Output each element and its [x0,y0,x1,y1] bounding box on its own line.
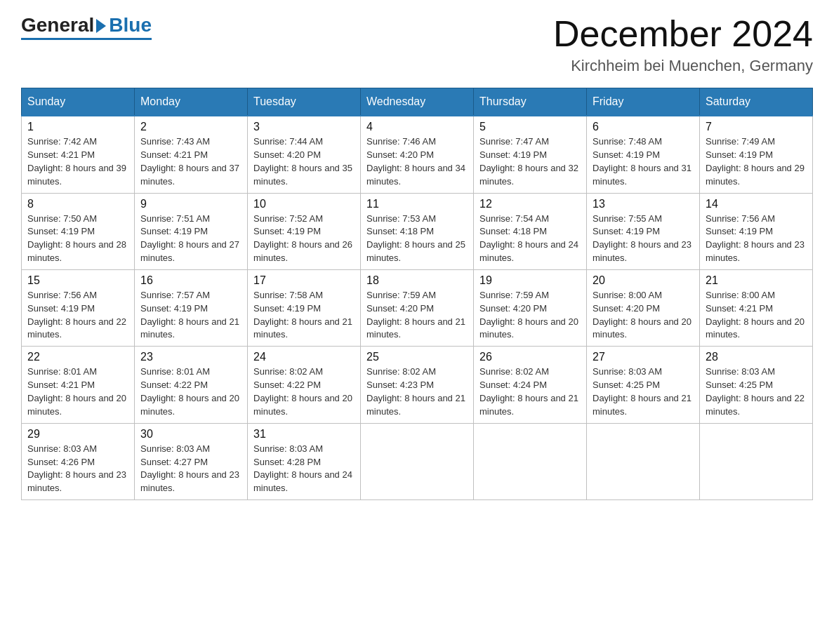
day-number: 14 [706,198,807,210]
day-number: 29 [27,428,128,441]
day-header-saturday: Saturday [700,88,813,116]
calendar-cell: 25Sunrise: 8:02 AMSunset: 4:23 PMDayligh… [361,347,474,423]
day-info: Sunrise: 8:01 AMSunset: 4:22 PMDaylight:… [140,366,239,417]
day-info: Sunrise: 7:50 AMSunset: 4:19 PMDaylight:… [27,213,126,264]
day-info: Sunrise: 8:03 AMSunset: 4:27 PMDaylight:… [140,443,239,494]
calendar-cell: 13Sunrise: 7:55 AMSunset: 4:19 PMDayligh… [587,193,700,269]
page-header: General Blue December 2024 Kirchheim bei… [21,14,813,75]
calendar-week-row: 22Sunrise: 8:01 AMSunset: 4:21 PMDayligh… [22,347,813,423]
day-info: Sunrise: 7:53 AMSunset: 4:18 PMDaylight:… [366,213,465,264]
day-number: 26 [479,351,581,363]
day-number: 24 [253,351,355,363]
calendar-cell: 10Sunrise: 7:52 AMSunset: 4:19 PMDayligh… [248,193,361,269]
calendar-cell: 7Sunrise: 7:49 AMSunset: 4:19 PMDaylight… [700,116,813,193]
calendar-cell: 3Sunrise: 7:44 AMSunset: 4:20 PMDaylight… [248,116,361,193]
calendar-week-row: 1Sunrise: 7:42 AMSunset: 4:21 PMDaylight… [22,116,813,193]
logo-arrow-icon [96,19,106,33]
day-info: Sunrise: 7:51 AMSunset: 4:19 PMDaylight:… [140,213,239,264]
day-number: 21 [706,274,807,287]
day-info: Sunrise: 7:44 AMSunset: 4:20 PMDaylight:… [253,136,352,187]
day-info: Sunrise: 8:02 AMSunset: 4:24 PMDaylight:… [479,366,578,417]
day-number: 17 [253,274,355,287]
day-info: Sunrise: 7:56 AMSunset: 4:19 PMDaylight:… [706,213,805,264]
calendar-cell [587,423,700,499]
day-header-sunday: Sunday [22,88,135,116]
month-title: December 2024 [553,14,813,54]
logo-general-text: General [21,14,94,36]
day-number: 16 [140,274,241,287]
day-number: 3 [253,121,355,133]
calendar-table: SundayMondayTuesdayWednesdayThursdayFrid… [21,88,813,500]
day-info: Sunrise: 8:03 AMSunset: 4:28 PMDaylight:… [253,443,352,494]
calendar-cell [474,423,587,499]
day-info: Sunrise: 8:02 AMSunset: 4:22 PMDaylight:… [253,366,352,417]
day-number: 18 [366,274,468,287]
day-info: Sunrise: 7:52 AMSunset: 4:19 PMDaylight:… [253,213,352,264]
day-info: Sunrise: 7:42 AMSunset: 4:21 PMDaylight:… [27,136,126,187]
calendar-cell: 18Sunrise: 7:59 AMSunset: 4:20 PMDayligh… [361,269,474,346]
day-number: 19 [479,274,581,287]
day-info: Sunrise: 8:00 AMSunset: 4:20 PMDaylight:… [593,290,691,340]
day-info: Sunrise: 7:59 AMSunset: 4:20 PMDaylight:… [366,290,465,340]
day-number: 4 [366,121,468,133]
day-info: Sunrise: 7:57 AMSunset: 4:19 PMDaylight:… [140,290,239,340]
calendar-cell: 8Sunrise: 7:50 AMSunset: 4:19 PMDaylight… [22,193,135,269]
calendar-cell: 29Sunrise: 8:03 AMSunset: 4:26 PMDayligh… [22,423,135,499]
day-info: Sunrise: 8:01 AMSunset: 4:21 PMDaylight:… [27,366,126,417]
day-number: 5 [479,121,581,133]
day-info: Sunrise: 7:59 AMSunset: 4:20 PMDaylight:… [479,290,578,340]
calendar-cell: 15Sunrise: 7:56 AMSunset: 4:19 PMDayligh… [22,269,135,346]
day-info: Sunrise: 7:58 AMSunset: 4:19 PMDaylight:… [253,290,352,340]
day-info: Sunrise: 7:54 AMSunset: 4:18 PMDaylight:… [479,213,578,264]
calendar-header-row: SundayMondayTuesdayWednesdayThursdayFrid… [22,88,813,116]
calendar-week-row: 29Sunrise: 8:03 AMSunset: 4:26 PMDayligh… [22,423,813,499]
logo-underline [21,38,152,40]
calendar-cell: 28Sunrise: 8:03 AMSunset: 4:25 PMDayligh… [700,347,813,423]
calendar-cell: 23Sunrise: 8:01 AMSunset: 4:22 PMDayligh… [135,347,248,423]
calendar-cell: 9Sunrise: 7:51 AMSunset: 4:19 PMDaylight… [135,193,248,269]
calendar-cell: 24Sunrise: 8:02 AMSunset: 4:22 PMDayligh… [248,347,361,423]
calendar-cell: 22Sunrise: 8:01 AMSunset: 4:21 PMDayligh… [22,347,135,423]
calendar-cell: 30Sunrise: 8:03 AMSunset: 4:27 PMDayligh… [135,423,248,499]
calendar-cell: 2Sunrise: 7:43 AMSunset: 4:21 PMDaylight… [135,116,248,193]
day-header-thursday: Thursday [474,88,587,116]
day-header-wednesday: Wednesday [361,88,474,116]
day-number: 9 [140,198,241,210]
calendar-cell: 14Sunrise: 7:56 AMSunset: 4:19 PMDayligh… [700,193,813,269]
day-number: 23 [140,351,241,363]
calendar-cell: 5Sunrise: 7:47 AMSunset: 4:19 PMDaylight… [474,116,587,193]
day-number: 2 [140,121,241,133]
calendar-cell: 21Sunrise: 8:00 AMSunset: 4:21 PMDayligh… [700,269,813,346]
calendar-cell: 20Sunrise: 8:00 AMSunset: 4:20 PMDayligh… [587,269,700,346]
day-header-tuesday: Tuesday [248,88,361,116]
day-number: 10 [253,198,355,210]
day-info: Sunrise: 7:48 AMSunset: 4:19 PMDaylight:… [593,136,691,187]
day-number: 27 [593,351,694,363]
day-info: Sunrise: 8:02 AMSunset: 4:23 PMDaylight:… [366,366,465,417]
calendar-cell: 27Sunrise: 8:03 AMSunset: 4:25 PMDayligh… [587,347,700,423]
day-info: Sunrise: 7:46 AMSunset: 4:20 PMDaylight:… [366,136,465,187]
logo: General Blue [21,14,152,40]
day-number: 15 [27,274,128,287]
calendar-cell [700,423,813,499]
day-number: 11 [366,198,468,210]
day-number: 12 [479,198,581,210]
day-number: 25 [366,351,468,363]
calendar-cell: 17Sunrise: 7:58 AMSunset: 4:19 PMDayligh… [248,269,361,346]
calendar-cell: 16Sunrise: 7:57 AMSunset: 4:19 PMDayligh… [135,269,248,346]
day-info: Sunrise: 8:03 AMSunset: 4:25 PMDaylight:… [593,366,691,417]
calendar-week-row: 15Sunrise: 7:56 AMSunset: 4:19 PMDayligh… [22,269,813,346]
calendar-cell: 1Sunrise: 7:42 AMSunset: 4:21 PMDaylight… [22,116,135,193]
day-info: Sunrise: 7:55 AMSunset: 4:19 PMDaylight:… [593,213,691,264]
calendar-cell: 4Sunrise: 7:46 AMSunset: 4:20 PMDaylight… [361,116,474,193]
day-number: 1 [27,121,128,133]
calendar-cell [361,423,474,499]
day-info: Sunrise: 8:00 AMSunset: 4:21 PMDaylight:… [706,290,805,340]
day-header-friday: Friday [587,88,700,116]
day-info: Sunrise: 7:56 AMSunset: 4:19 PMDaylight:… [27,290,126,340]
calendar-cell: 19Sunrise: 7:59 AMSunset: 4:20 PMDayligh… [474,269,587,346]
day-number: 30 [140,428,241,441]
day-number: 20 [593,274,694,287]
day-number: 7 [706,121,807,133]
title-section: December 2024 Kirchheim bei Muenchen, Ge… [553,14,813,75]
